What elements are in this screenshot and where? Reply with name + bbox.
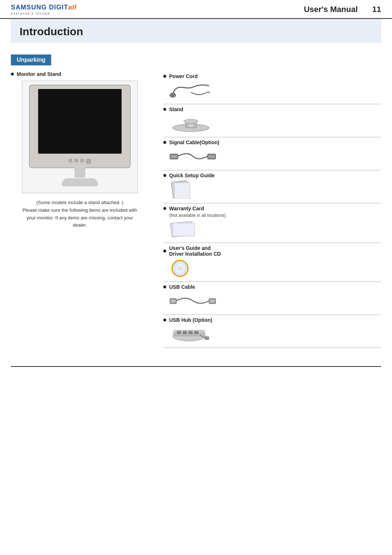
svg-rect-7 [171,155,177,158]
monitor-stand-neck [74,167,85,178]
item-cd: User's Guide andDriver Installation CD [163,243,381,282]
stand-icon [169,114,213,132]
power-cord-image [169,81,381,100]
page-number: 11 [372,5,381,14]
monitor-btn-1 [69,159,72,162]
monitor-btn-3 [80,159,84,162]
power-cord-label: Power Cord [169,73,198,79]
bullet-dot [163,141,166,144]
svg-rect-27 [177,331,181,334]
bullet-dot [163,75,166,78]
warranty-image [169,219,381,238]
signal-cable-image [169,147,381,166]
item-usb-hub: USB Hub (Option) [163,315,381,348]
item-power-cord: Power Cord [163,71,381,104]
item-warranty-card: Warranty Card (Not available in all loca… [163,203,381,243]
monitor-btn-2 [74,159,78,162]
usb-hub-label: USB Hub (Option) [169,317,212,323]
monitor-stand-label: Monitor and Stand [11,71,149,77]
two-col-layout: Monitor and Stand (Some models inc [11,71,381,348]
page-content: Introduction Unparking Monitor and Stand [0,19,392,359]
usb-cable-label: USB Cable [169,284,195,290]
svg-rect-1 [171,94,175,96]
monitor-screen [38,89,122,154]
quick-setup-label: Quick Setup Guide [169,173,215,178]
caption-line3: your monitor. If any items are missing, … [26,215,133,220]
svg-rect-5 [188,124,193,127]
monitor-caption: (Some models include a stand attached. )… [11,199,149,229]
stand-image [169,114,381,133]
page-header: SAMSUNG DIGITall everyone's invited User… [0,0,392,19]
bullet-dot [163,285,166,288]
svg-rect-14 [173,223,195,236]
quick-setup-icon [169,180,195,199]
monitor-btn-4 [86,159,91,164]
brand-logo: SAMSUNG DIGITall [11,4,77,11]
warranty-sublabel: (Not available in all locations) [169,213,381,218]
svg-rect-9 [208,155,215,158]
left-column: Monitor and Stand (Some models inc [11,71,149,229]
usb-cable-icon [169,292,216,309]
logo-area: SAMSUNG DIGITall everyone's invited [11,4,77,15]
page-footer [11,366,381,367]
manual-title: User's Manual [304,5,358,14]
bullet-dot [163,108,166,111]
samsung-text: SAMSUNG DIGIT [11,4,68,11]
page-title: Introduction [20,25,372,38]
power-cord-icon [169,82,213,98]
monitor-bezel [29,85,131,168]
all-text: all [68,4,77,11]
svg-rect-12 [175,183,190,199]
bullet-dot [163,174,166,177]
svg-rect-23 [210,300,215,303]
bullet-dot [11,73,14,76]
intro-section: Introduction [11,19,381,43]
svg-point-18 [179,268,181,269]
caption-line1: (Some models include a stand attached. ) [36,200,123,205]
bullet-dot [163,250,166,252]
signal-cable-label: Signal Cable(Option) [169,139,219,145]
bullet-dot [163,319,166,321]
svg-rect-28 [183,331,187,334]
svg-rect-21 [171,300,176,303]
monitor-stand-text: Monitor and Stand [17,71,61,77]
usb-hub-image [169,324,381,343]
item-usb-cable: USB Cable [163,282,381,315]
item-signal-cable: Signal Cable(Option) [163,137,381,170]
monitor-buttons [69,159,91,164]
usb-hub-icon [169,324,209,343]
caption-line4: dealer. [73,222,87,228]
svg-rect-29 [189,331,192,334]
stand-label: Stand [169,106,183,112]
cd-image [169,258,381,277]
cd-label: User's Guide andDriver Installation CD [169,245,221,257]
monitor-stand-base [62,178,98,186]
monitor-illustration [22,81,138,193]
item-stand: Stand [163,104,381,137]
unparking-heading: Unparking [11,54,51,65]
item-quick-setup: Quick Setup Guide [163,170,381,203]
logo-tagline: everyone's invited [11,12,50,15]
svg-rect-30 [195,331,198,334]
bullet-dot [163,207,166,210]
caption-line2: Please make sure the following items are… [23,207,137,213]
usb-cable-image [169,291,381,310]
right-column: Power Cord Stand [163,71,381,348]
signal-cable-icon [169,147,216,165]
svg-rect-31 [205,337,209,340]
svg-point-4 [184,119,198,123]
cd-icon [169,258,191,277]
quick-setup-image [169,180,381,199]
warranty-icon [169,219,198,238]
warranty-card-label: Warranty Card [169,206,204,211]
